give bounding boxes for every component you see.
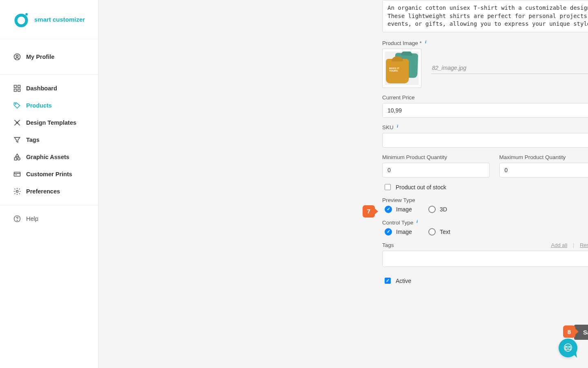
current-price-input[interactable] [382,103,588,118]
out-of-stock-label: Product out of stock [396,184,446,191]
min-qty-input[interactable] [382,163,490,177]
sidebar-item-my-profile[interactable]: My Profile [0,48,98,65]
active-checkbox[interactable] [385,278,391,284]
tour-callout-8: 8 [563,325,575,338]
product-form: Product Image * i MAKE IT YOURS Current … [382,0,588,291]
active-label: Active [396,278,411,284]
tags-remove-all-link[interactable]: Remove all [580,242,588,248]
sku-label: SKU i [382,124,588,130]
control-type-option-image[interactable]: Image [385,228,412,236]
sidebar-item-label: My Profile [26,54,54,60]
radio-icon [385,206,392,213]
gear-icon [13,187,21,195]
help-icon [13,215,21,223]
svg-rect-12 [14,172,20,176]
svg-point-11 [18,158,20,160]
preview-type-label: Preview Type [382,197,588,203]
sidebar-item-graphic-assets[interactable]: Graphic Assets [0,148,98,166]
svg-point-15 [17,220,17,221]
preview-type-option-3d[interactable]: 3D [428,206,447,213]
tags-label: Tags [382,242,394,248]
brand-logo-icon [13,11,29,28]
svg-point-13 [16,191,18,193]
help-section: Help [0,205,98,232]
prints-icon [13,170,21,178]
control-type-label: Control Type i [382,220,588,226]
tags-add-all-link[interactable]: Add all [551,242,568,248]
svg-rect-7 [18,89,20,92]
tag-icon [13,101,21,110]
sidebar-item-label: Preferences [26,188,60,195]
sidebar-item-customer-prints[interactable]: Customer Prints [0,166,98,183]
svg-point-0 [16,15,27,26]
filter-icon [13,136,21,144]
brand-name: smart customizer [34,16,85,23]
info-icon[interactable]: i [396,123,400,127]
brand-row: smart customizer [0,0,98,39]
svg-rect-10 [14,158,17,160]
shapes-icon [13,153,21,161]
product-image-thumbnail[interactable]: MAKE IT YOURS [382,49,421,88]
svg-text:i: i [425,40,427,44]
max-qty-label: Maximum Product Quantity [499,154,588,160]
sidebar-item-label: Design Templates [26,119,76,126]
sku-input[interactable] [382,133,588,148]
sidebar-item-tags[interactable]: Tags [0,131,98,148]
preview-type-option-image[interactable]: Image [385,206,412,213]
description-textarea[interactable] [382,0,588,32]
sidebar: smart customizer My Profile Dashboard Pr… [0,0,98,368]
image-filename-input[interactable] [431,62,588,74]
user-circle-icon [13,53,21,61]
profile-section: My Profile [0,39,98,75]
svg-rect-4 [14,85,17,88]
product-image-label: Product Image * i [382,40,588,46]
support-chat-button[interactable] [559,339,577,357]
dashboard-icon [13,84,21,92]
min-qty-label: Minimum Product Quantity [382,154,490,160]
tags-actions: Add all | Remove all [551,242,588,248]
sidebar-item-label: Help [26,215,38,222]
svg-rect-6 [14,89,17,92]
sidebar-item-products[interactable]: Products [0,97,98,114]
svg-point-1 [25,13,28,16]
sidebar-item-help[interactable]: Help [0,210,98,227]
control-type-option-text[interactable]: Text [428,228,450,236]
svg-point-3 [16,55,18,57]
info-icon[interactable]: i [424,39,428,43]
nav-section: Dashboard Products Design Templates Tags… [0,75,98,205]
tour-callout-7: 7 [363,205,375,218]
sidebar-item-label: Dashboard [26,85,57,92]
sidebar-item-label: Tags [26,137,40,143]
sidebar-item-label: Products [26,102,52,109]
mail-icon [564,343,572,353]
templates-icon [13,119,21,127]
info-icon[interactable]: i [416,218,420,222]
current-price-label: Current Price [382,94,588,101]
svg-rect-5 [18,85,20,88]
sidebar-item-dashboard[interactable]: Dashboard [0,80,98,97]
sidebar-item-label: Graphic Assets [26,154,69,160]
svg-text:i: i [397,124,399,128]
out-of-stock-checkbox[interactable] [385,184,391,190]
sidebar-item-label: Customer Prints [26,171,72,177]
max-qty-input[interactable] [499,163,588,177]
sidebar-item-preferences[interactable]: Preferences [0,183,98,200]
radio-icon [385,228,392,236]
svg-text:i: i [416,219,418,223]
radio-icon [428,228,436,236]
sidebar-item-design-templates[interactable]: Design Templates [0,114,98,131]
radio-icon [428,206,436,213]
tags-input[interactable] [382,251,588,267]
svg-point-8 [15,103,16,104]
main-content: Product Image * i MAKE IT YOURS Current … [98,0,588,368]
